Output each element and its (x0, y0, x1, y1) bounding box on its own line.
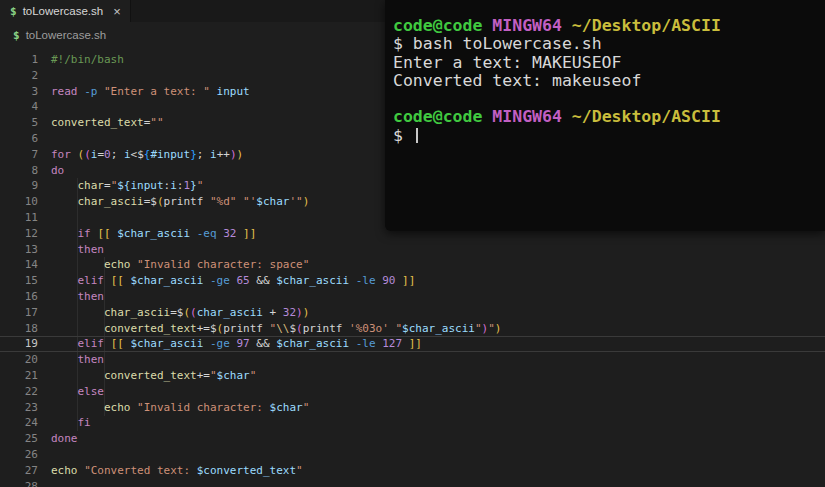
code-line[interactable]: 24 fi (0, 415, 825, 431)
terminal-line (393, 90, 825, 108)
line-number: 27 (0, 463, 38, 479)
terminal-line: Converted text: makeuseof (393, 72, 825, 90)
code-text: then (38, 289, 104, 305)
line-number: 26 (0, 447, 38, 463)
code-line[interactable]: 20 then (0, 352, 825, 368)
terminal-line: code@code MINGW64 ~/Desktop/ASCII (393, 108, 825, 126)
code-text: done (38, 431, 78, 447)
line-number: 23 (0, 400, 38, 416)
line-number: 4 (0, 99, 38, 115)
terminal-cursor (416, 128, 418, 143)
shell-script-icon: $ (10, 5, 17, 18)
line-number: 5 (0, 115, 38, 131)
line-number: 25 (0, 431, 38, 447)
code-text: for ((i=0; i<${#input}; i++)) (38, 147, 243, 163)
code-text: then (38, 242, 104, 258)
code-line[interactable]: 18 converted_text+=$(printf "\\$(printf … (0, 321, 825, 337)
line-number: 12 (0, 226, 38, 242)
code-text (38, 131, 51, 147)
line-number: 17 (0, 305, 38, 321)
terminal-window[interactable]: code@code MINGW64 ~/Desktop/ASCII$ bash … (385, 0, 825, 231)
code-text: echo "Invalid character: $char" (38, 400, 309, 416)
line-number: 6 (0, 131, 38, 147)
code-text (38, 479, 51, 487)
line-number: 16 (0, 289, 38, 305)
line-number: 1 (0, 52, 38, 68)
code-line[interactable]: 17 char_ascii=$((char_ascii + 32)) (0, 305, 825, 321)
code-text: echo "Invalid character: space" (38, 257, 309, 273)
line-number: 8 (0, 163, 38, 179)
code-text: echo "Converted text: $converted_text" (38, 463, 303, 479)
terminal-line: $ (393, 127, 825, 145)
code-line[interactable]: 21 converted_text+="$char" (0, 368, 825, 384)
line-number: 18 (0, 321, 38, 337)
code-text: char_ascii=$(printf "%d" "'$char'") (38, 194, 309, 210)
tab-title: toLowercase.sh (23, 5, 104, 17)
code-text (38, 447, 51, 463)
code-text: if [[ $char_ascii -eq 32 ]] (38, 226, 256, 242)
code-line[interactable]: 14 echo "Invalid character: space" (0, 257, 825, 273)
code-text (38, 68, 51, 84)
code-line[interactable]: 13 then (0, 242, 825, 258)
code-text: elif [[ $char_ascii -ge 97 && $char_asci… (38, 336, 422, 352)
line-number: 20 (0, 352, 38, 368)
close-icon[interactable]: × (113, 5, 121, 18)
terminal-line: code@code MINGW64 ~/Desktop/ASCII (393, 17, 825, 35)
code-text: char_ascii=$((char_ascii + 32)) (38, 305, 309, 321)
code-line[interactable]: 26 (0, 447, 825, 463)
line-number: 24 (0, 415, 38, 431)
code-text: #!/bin/bash (38, 52, 124, 68)
code-text: then (38, 352, 104, 368)
code-line[interactable]: 23 echo "Invalid character: $char" (0, 400, 825, 416)
code-line[interactable]: 16 then (0, 289, 825, 305)
terminal-line: $ bash toLowercase.sh (393, 35, 825, 53)
terminal-line: Enter a text: MAKEUSEOF (393, 54, 825, 72)
line-number: 10 (0, 194, 38, 210)
line-number: 7 (0, 147, 38, 163)
code-text: char="${input:i:1}" (38, 178, 203, 194)
shell-script-icon: $ (13, 29, 20, 42)
code-text: elif [[ $char_ascii -ge 65 && $char_asci… (38, 273, 415, 289)
code-line[interactable]: 15 elif [[ $char_ascii -ge 65 && $char_a… (0, 273, 825, 289)
code-text: read -p "Enter a text: " input (38, 84, 250, 100)
line-number: 15 (0, 273, 38, 289)
code-text: do (38, 163, 64, 179)
line-number: 3 (0, 84, 38, 100)
code-text: else (38, 384, 104, 400)
line-number: 9 (0, 178, 38, 194)
line-number: 2 (0, 68, 38, 84)
line-number: 22 (0, 384, 38, 400)
line-number: 14 (0, 257, 38, 273)
code-text: converted_text+="$char" (38, 368, 256, 384)
code-line[interactable]: 28 (0, 479, 825, 487)
line-number: 11 (0, 210, 38, 226)
code-line[interactable]: 22 else (0, 384, 825, 400)
tab-tolowercase[interactable]: $ toLowercase.sh × (0, 0, 131, 22)
line-number: 28 (0, 479, 38, 487)
code-line[interactable]: 25done (0, 431, 825, 447)
breadcrumb-label: toLowercase.sh (26, 29, 107, 41)
code-text (38, 210, 51, 226)
code-line[interactable]: 27echo "Converted text: $converted_text" (0, 463, 825, 479)
code-text: converted_text+=$(printf "\\$(printf '%0… (38, 321, 501, 337)
terminal-lines: code@code MINGW64 ~/Desktop/ASCII$ bash … (393, 17, 825, 145)
code-line[interactable]: 19 elif [[ $char_ascii -ge 97 && $char_a… (0, 336, 825, 352)
breadcrumb[interactable]: $ toLowercase.sh (0, 22, 393, 48)
line-number: 21 (0, 368, 38, 384)
line-number: 13 (0, 242, 38, 258)
code-text: converted_text="" (38, 115, 164, 131)
line-number: 19 (0, 336, 38, 352)
code-text (38, 99, 51, 115)
code-text: fi (38, 415, 91, 431)
